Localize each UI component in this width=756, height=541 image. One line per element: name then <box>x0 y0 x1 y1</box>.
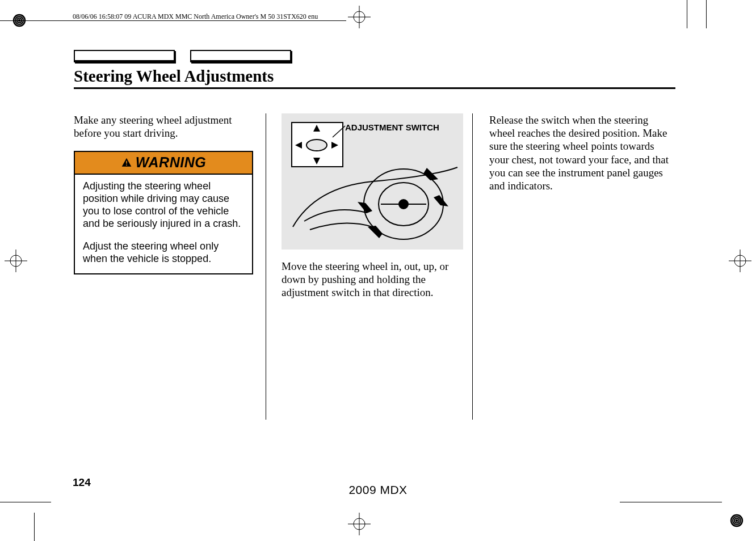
warning-label: WARNING <box>136 154 206 171</box>
page-title: Steering Wheel Adjustments <box>74 67 274 86</box>
svg-marker-32 <box>423 168 438 180</box>
adjustment-switch-diagram: ADJUSTMENT SWITCH <box>282 113 463 250</box>
title-rule <box>74 87 675 89</box>
crosshair-icon <box>348 513 371 535</box>
crop-mark <box>620 502 722 502</box>
warning-triangle-icon <box>121 157 132 168</box>
svg-marker-33 <box>434 195 448 206</box>
content-columns: Make any steering wheel adjustment befor… <box>74 113 675 299</box>
crop-mark <box>34 513 35 541</box>
column-2: ADJUSTMENT SWITCH Move the steering whee… <box>282 113 468 299</box>
tab-box <box>74 50 175 62</box>
column-3: Release the switch when the steering whe… <box>489 113 675 299</box>
crosshair-icon <box>348 6 371 28</box>
column-1: Make any steering wheel adjustment befor… <box>74 113 260 299</box>
column-2-text: Move the steering wheel in, out, up, or … <box>282 260 468 299</box>
crop-mark <box>0 502 51 502</box>
model-year: 2009 MDX <box>0 483 756 497</box>
svg-point-4 <box>730 514 743 527</box>
diagram-label: ADJUSTMENT SWITCH <box>345 122 439 133</box>
svg-rect-21 <box>126 164 127 166</box>
column-3-text: Release the switch when the steering whe… <box>489 113 675 192</box>
crop-mark <box>706 0 707 28</box>
svg-rect-20 <box>126 160 127 163</box>
svg-marker-34 <box>368 226 383 238</box>
warning-box: WARNING Adjusting the steering wheel pos… <box>74 151 253 274</box>
warning-paragraph: Adjust the steering wheel only when the … <box>83 240 244 265</box>
intro-text: Make any steering wheel adjustment befor… <box>74 113 260 140</box>
svg-point-31 <box>399 200 408 209</box>
warning-body: Adjusting the steering wheel position wh… <box>75 175 252 273</box>
crosshair-icon <box>5 250 27 272</box>
tab-box <box>190 50 291 62</box>
crop-mark <box>687 0 687 28</box>
crosshair-icon <box>729 250 751 272</box>
header-meta-text: 08/06/06 16:58:07 09 ACURA MDX MMC North… <box>73 12 318 21</box>
warning-header: WARNING <box>75 152 252 175</box>
svg-point-23 <box>306 140 327 151</box>
registration-mark-icon <box>729 513 745 529</box>
warning-paragraph: Adjusting the steering wheel position wh… <box>83 180 244 230</box>
